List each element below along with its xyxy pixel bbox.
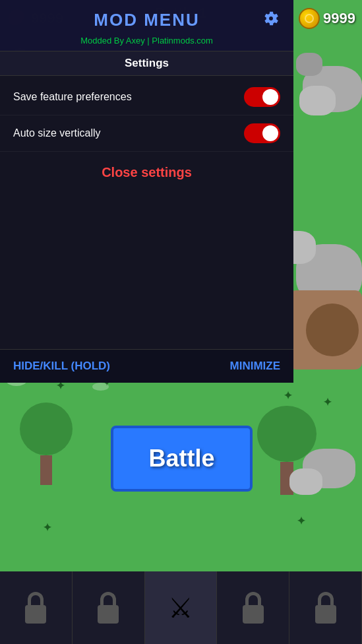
toggle-label-save: Save feature preferences: [13, 91, 132, 103]
toggle-autosize-switch[interactable]: [244, 123, 280, 143]
lock-icon-2: [95, 592, 121, 624]
toggle-row-save: Save feature preferences: [0, 79, 293, 115]
lock-icon-1: [22, 592, 49, 624]
right-coin-value: 9999: [323, 10, 355, 27]
bottom-nav: ⚔: [0, 571, 362, 644]
nav-item-5[interactable]: [289, 571, 362, 644]
dirt-hole: [306, 304, 359, 356]
nav-item-4[interactable]: [217, 571, 289, 644]
rock-medium: [299, 86, 336, 115]
toggle-label-autosize: Auto size vertically: [13, 127, 101, 139]
grass-tuft-3: ✦: [284, 389, 292, 402]
right-coin-icon: [299, 8, 320, 29]
mod-gear-icon: [262, 10, 280, 27]
nav-item-3-swords[interactable]: ⚔: [145, 571, 218, 644]
mod-menu-settings-header: Settings: [0, 51, 293, 76]
lock-icon-5: [313, 592, 339, 624]
mod-menu-overlay: MOD MENU Modded By Axey | Platinmods.com…: [0, 0, 293, 383]
hide-kill-button[interactable]: HIDE/KILL (HOLD): [13, 360, 110, 373]
toggle-save-switch[interactable]: [244, 87, 280, 107]
lock-icon-4: [240, 592, 266, 624]
mod-menu-title: MOD MENU: [94, 10, 199, 30]
rock-small-top: [296, 53, 322, 76]
nav-item-1[interactable]: [0, 571, 73, 644]
grass-tuft-4: ✦: [43, 521, 51, 534]
battle-button[interactable]: Battle: [111, 426, 253, 492]
right-coins: 9999: [299, 8, 355, 29]
nav-item-2[interactable]: [73, 571, 145, 644]
close-settings-button[interactable]: Close settings: [102, 165, 192, 180]
mod-menu-credit: Modded By Axey | Platinmods.com: [0, 34, 293, 51]
rock-bottom-small: [289, 468, 322, 495]
mod-menu-footer: HIDE/KILL (HOLD) MINIMIZE: [0, 349, 293, 383]
toggle-row-autosize: Auto size vertically: [0, 115, 293, 152]
swords-icon: ⚔: [168, 592, 193, 624]
mod-menu-header: MOD MENU: [0, 0, 293, 34]
mod-menu-gear-button[interactable]: [262, 10, 284, 31]
tree-left: [20, 402, 73, 485]
cloud-2: [92, 383, 109, 391]
battle-button-label: Battle: [148, 445, 214, 472]
grass-tuft-5: ✦: [297, 515, 305, 527]
mod-menu-body: Save feature preferences Auto size verti…: [0, 76, 293, 349]
minimize-button[interactable]: MINIMIZE: [230, 360, 281, 373]
grass-tuft-6: ✦: [323, 396, 332, 408]
